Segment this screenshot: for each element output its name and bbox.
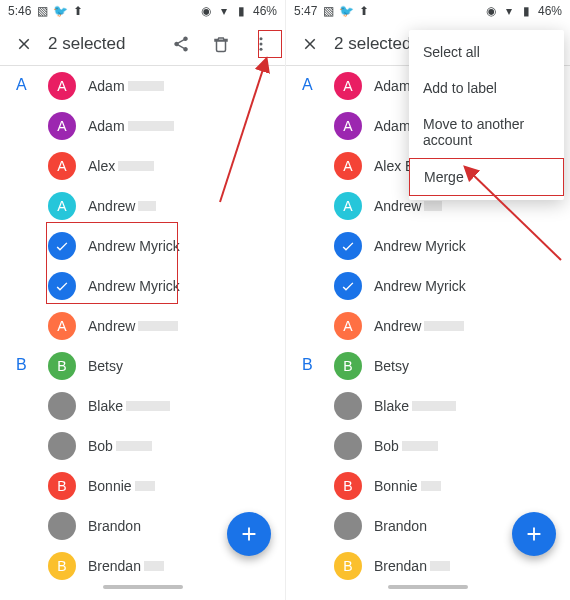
section-letter: A [16,76,27,94]
contact-name: Bonnie [374,478,418,494]
contact-row[interactable]: BBBetsy [0,346,285,386]
redacted-text [128,81,164,91]
svg-point-2 [260,47,263,50]
avatar[interactable]: A [334,152,362,180]
contact-row[interactable]: AAndrew [0,186,285,226]
contact-name: Brandon [374,518,427,534]
avatar[interactable]: A [334,112,362,140]
menu-item-merge[interactable]: Merge [409,158,564,196]
contact-name: Betsy [88,358,123,374]
eye-icon: ◉ [199,4,213,18]
redacted-text [118,161,154,171]
contact-row[interactable]: AAAdam [0,66,285,106]
section-letter: A [302,76,313,94]
close-button[interactable] [8,28,40,60]
avatar[interactable] [334,512,362,540]
contact-name: Andrew Myrick [374,278,466,294]
twitter-icon: 🐦 [339,4,353,18]
close-button[interactable] [294,28,326,60]
contact-name: Adam [88,78,125,94]
contact-name: Alex [88,158,115,174]
contact-row[interactable]: Andrew Myrick [286,226,570,266]
contact-name: Brendan [88,558,141,574]
contact-row[interactable]: AAndrew [286,306,570,346]
contact-row[interactable]: Bob [0,426,285,466]
menu-item-select-all[interactable]: Select all [409,34,564,70]
screenshot-right: 5:47 ▧ 🐦 ⬆ ◉ ▾ ▮ 46% 2 selected AAAdamAA… [285,0,570,600]
contact-name: Brandon [88,518,141,534]
contact-row[interactable]: Andrew Myrick [0,226,285,266]
delete-button[interactable] [205,28,237,60]
redacted-text [430,561,450,571]
contact-row[interactable]: BBonnie [0,466,285,506]
avatar[interactable]: A [48,152,76,180]
check-icon[interactable] [334,272,362,300]
check-icon[interactable] [48,232,76,260]
avatar[interactable] [48,392,76,420]
contact-row[interactable]: BBBetsy [286,346,570,386]
avatar[interactable] [48,432,76,460]
section-letter: B [302,356,313,374]
image-icon: ▧ [321,4,335,18]
menu-item-add-to-label[interactable]: Add to label [409,70,564,106]
redacted-text [412,401,456,411]
avatar[interactable]: A [48,312,76,340]
avatar[interactable]: A [48,112,76,140]
image-icon: ▧ [35,4,49,18]
redacted-text [424,201,442,211]
avatar[interactable]: A [48,72,76,100]
fab-add-button[interactable] [512,512,556,556]
svg-point-1 [260,42,263,45]
menu-item-move-to-another-account[interactable]: Move to another account [409,106,564,158]
upload-icon: ⬆ [357,4,371,18]
avatar[interactable]: A [48,192,76,220]
contact-row[interactable]: AAlex [0,146,285,186]
avatar[interactable]: A [334,72,362,100]
avatar[interactable] [334,432,362,460]
contact-name: Betsy [374,358,409,374]
wifi-icon: ▾ [502,4,516,18]
home-indicator[interactable] [388,585,468,589]
redacted-text [138,321,178,331]
avatar[interactable]: A [334,312,362,340]
contact-row[interactable]: Andrew Myrick [286,266,570,306]
contact-row[interactable]: Blake [286,386,570,426]
status-battery: 46% [538,4,562,18]
section-letter: B [16,356,27,374]
battery-icon: ▮ [520,4,534,18]
check-icon[interactable] [334,232,362,260]
redacted-text [138,201,156,211]
contact-name: Bob [374,438,399,454]
avatar[interactable] [334,392,362,420]
redacted-text [144,561,164,571]
contact-row[interactable]: Andrew Myrick [0,266,285,306]
more-button[interactable] [245,28,277,60]
avatar[interactable] [48,512,76,540]
contact-name: Brendan [374,558,427,574]
avatar[interactable]: B [48,472,76,500]
contact-row[interactable]: BBonnie [286,466,570,506]
contact-list[interactable]: AAAdamAAdamAAlexAAndrewAndrew MyrickAndr… [0,66,285,586]
share-button[interactable] [165,28,197,60]
home-indicator[interactable] [103,585,183,589]
redacted-text [402,441,438,451]
avatar[interactable]: B [334,352,362,380]
contact-row[interactable]: Bob [286,426,570,466]
contact-name: Andrew Myrick [88,278,180,294]
contact-name: Andrew [374,198,421,214]
avatar[interactable]: A [334,192,362,220]
contact-row[interactable]: AAdam [0,106,285,146]
fab-add-button[interactable] [227,512,271,556]
status-bar: 5:46 ▧ 🐦 ⬆ ◉ ▾ ▮ 46% [0,0,285,22]
contact-name: Adam [88,118,125,134]
selection-count: 2 selected [48,34,157,54]
avatar[interactable]: B [48,352,76,380]
contact-name: Andrew [88,198,135,214]
status-battery: 46% [253,4,277,18]
avatar[interactable]: B [334,472,362,500]
status-bar: 5:47 ▧ 🐦 ⬆ ◉ ▾ ▮ 46% [286,0,570,22]
check-icon[interactable] [48,272,76,300]
contact-row[interactable]: AAndrew [0,306,285,346]
contact-row[interactable]: Blake [0,386,285,426]
contact-name: Blake [374,398,409,414]
